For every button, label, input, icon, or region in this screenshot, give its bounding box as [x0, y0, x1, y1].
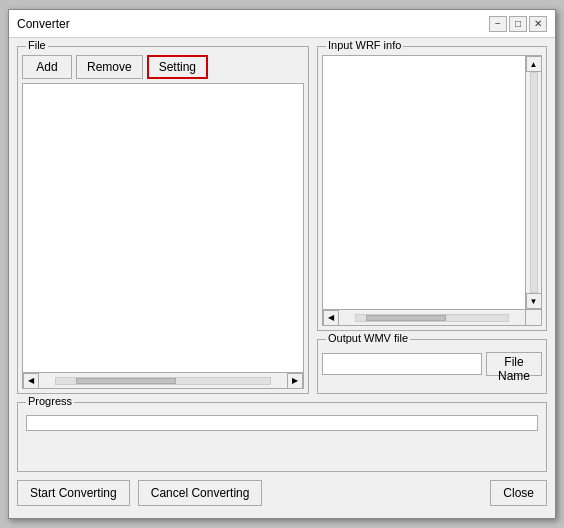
- bottom-left-buttons: Start Converting Cancel Converting: [17, 480, 262, 506]
- scrollbar-v-track: [530, 72, 538, 293]
- wrf-scroll-left-button[interactable]: ◀: [323, 310, 339, 326]
- output-file-input[interactable]: [322, 353, 482, 375]
- file-list-container: ◀ ▶: [22, 83, 304, 389]
- input-wrf-label: Input WRF info: [326, 39, 403, 51]
- progress-label: Progress: [26, 395, 74, 407]
- window-content: File Add Remove Setting ◀ ▶: [9, 38, 555, 518]
- file-name-button[interactable]: File Name: [486, 352, 542, 376]
- title-bar: Converter − □ ✕: [9, 10, 555, 38]
- wrf-scrollbar-h-thumb[interactable]: [366, 315, 446, 321]
- progress-section: Progress: [17, 402, 547, 472]
- wrf-scrollbar-h-track: [355, 314, 509, 322]
- bottom-buttons: Start Converting Cancel Converting Close: [17, 480, 547, 510]
- main-window: Converter − □ ✕ File Add Remove Setting: [8, 9, 556, 519]
- start-converting-button[interactable]: Start Converting: [17, 480, 130, 506]
- top-section: File Add Remove Setting ◀ ▶: [17, 46, 547, 394]
- minimize-button[interactable]: −: [489, 16, 507, 32]
- input-wrf-group: Input WRF info ▲ ▼ ◀: [317, 46, 547, 331]
- wrf-horizontal-scrollbar: ◀ ▶: [323, 309, 541, 325]
- file-group-label: File: [26, 39, 48, 51]
- output-wmv-group: Output WMV file File Name: [317, 339, 547, 394]
- scrollbar-h-thumb[interactable]: [76, 378, 176, 384]
- setting-button[interactable]: Setting: [147, 55, 208, 79]
- close-titlebar-button[interactable]: ✕: [529, 16, 547, 32]
- progress-group: Progress: [17, 402, 547, 472]
- scroll-left-button[interactable]: ◀: [23, 373, 39, 389]
- cancel-converting-button[interactable]: Cancel Converting: [138, 480, 263, 506]
- window-title: Converter: [17, 17, 70, 31]
- wrf-text-area-container: ▲ ▼ ◀ ▶: [322, 55, 542, 326]
- output-row: File Name: [322, 352, 542, 376]
- remove-button[interactable]: Remove: [76, 55, 143, 79]
- progress-bar-container: [26, 415, 538, 431]
- wrf-vertical-scrollbar: ▲ ▼: [525, 56, 541, 309]
- close-button[interactable]: Close: [490, 480, 547, 506]
- file-buttons: Add Remove Setting: [22, 55, 304, 79]
- title-bar-controls: − □ ✕: [489, 16, 547, 32]
- add-button[interactable]: Add: [22, 55, 72, 79]
- scrollbar-h-track: [55, 377, 271, 385]
- scroll-down-button[interactable]: ▼: [526, 293, 542, 309]
- right-section: Input WRF info ▲ ▼ ◀: [317, 46, 547, 394]
- file-list[interactable]: [23, 84, 303, 372]
- restore-button[interactable]: □: [509, 16, 527, 32]
- wrf-text-area[interactable]: [323, 56, 525, 309]
- scrollbar-corner: [525, 309, 541, 325]
- file-group: File Add Remove Setting ◀ ▶: [17, 46, 309, 394]
- output-wmv-label: Output WMV file: [326, 332, 410, 344]
- file-list-horizontal-scrollbar: ◀ ▶: [23, 372, 303, 388]
- title-bar-left: Converter: [17, 17, 70, 31]
- scroll-up-button[interactable]: ▲: [526, 56, 542, 72]
- scroll-right-button[interactable]: ▶: [287, 373, 303, 389]
